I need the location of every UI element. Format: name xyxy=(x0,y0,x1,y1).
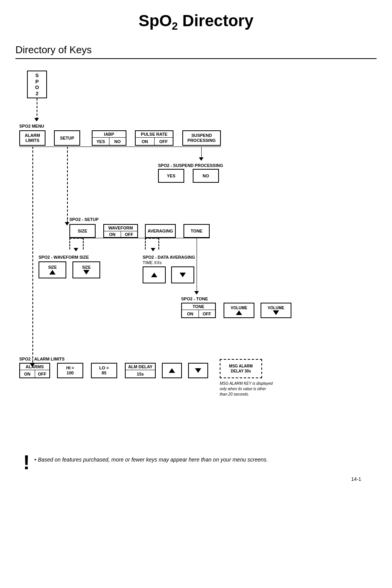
menu-row-line xyxy=(19,147,221,147)
tone-key-label: TONE xyxy=(182,303,215,310)
dashed-size-v xyxy=(69,238,70,249)
arrow-spo2-menu xyxy=(34,118,39,121)
footer: ! • Based on features purchased, more or… xyxy=(15,452,377,472)
connector-spo2-to-menu xyxy=(37,98,37,120)
dashed-avg-h1 xyxy=(145,238,158,239)
footer-bullet: • xyxy=(34,457,38,463)
suspend-no-key[interactable]: NO xyxy=(193,169,219,183)
connector-setup-arrow xyxy=(67,217,67,223)
dashed-avg-v2 xyxy=(158,238,159,249)
alarms-key[interactable]: ALARMS ON OFF xyxy=(19,363,50,378)
pulse-rate-off[interactable]: OFF xyxy=(155,138,173,145)
alarm-limits-section-label: SPO2 - ALARM LIMITS xyxy=(19,357,65,361)
alm-delay-up-btn[interactable] xyxy=(162,363,182,378)
page-title: SpO2 Directory xyxy=(15,8,377,44)
alarms-off[interactable]: OFF xyxy=(35,370,50,377)
dashed-setup-v xyxy=(67,147,68,224)
waveform-size-label: SPO2 - WAVEFORM SIZE xyxy=(39,255,89,259)
dashed-alarm-limits-v xyxy=(32,147,33,362)
dashed-avg-v1 xyxy=(145,238,146,249)
volume-up-label: VOLUME xyxy=(231,306,247,310)
hi-key[interactable]: HI =100 xyxy=(57,363,83,378)
iabp-no[interactable]: NO xyxy=(109,138,126,145)
iabp-label: IABP xyxy=(93,131,126,138)
volume-down-label: VOLUME xyxy=(268,306,284,310)
arrow-waveform-size xyxy=(74,248,78,251)
pulse-rate-on[interactable]: ON xyxy=(136,138,155,145)
setup-row-line xyxy=(69,238,210,238)
tone-key[interactable]: TONE xyxy=(183,224,210,238)
arrow-suspend xyxy=(199,157,204,161)
iabp-yes[interactable]: YES xyxy=(93,138,109,145)
connector-suspend-v xyxy=(201,147,202,158)
alarm-limits-key[interactable]: ALARMLIMITS xyxy=(19,130,45,146)
alarms-on[interactable]: ON xyxy=(20,370,35,377)
menu-label: SPO2 MENU xyxy=(19,124,44,128)
size-up-btn[interactable]: SIZE xyxy=(39,261,66,278)
suspend-processing-key[interactable]: SUSPENDPROCESSING xyxy=(182,130,221,146)
lo-key[interactable]: LO =85 xyxy=(91,363,117,378)
alm-delay-down-btn[interactable] xyxy=(188,363,208,378)
waveform-off[interactable]: OFF xyxy=(121,231,138,237)
iabp-key[interactable]: IABP YES NO xyxy=(92,130,126,146)
alm-delay-val: 15s xyxy=(126,370,155,377)
setup-section-label: SPO2 - SETUP xyxy=(69,217,99,222)
dashed-size-v2 xyxy=(83,238,84,249)
dashed-size-h1 xyxy=(69,238,83,239)
suspend-label: SPO2 - SUSPEND PROCESSING xyxy=(158,163,223,168)
exclamation-icon: ! xyxy=(23,452,30,472)
size-down-label: SIZE xyxy=(82,265,91,270)
size-up-label: SIZE xyxy=(48,265,57,270)
alm-delay-label: ALM DELAY xyxy=(126,364,155,370)
pulse-rate-key[interactable]: PULSE RATE ON OFF xyxy=(135,130,173,146)
footer-note: Based on features purchased, more or few… xyxy=(38,457,268,463)
msg-alarm-note: MSG ALARM KEY is displayedonly when its … xyxy=(220,381,308,397)
suspend-yes-key[interactable]: YES xyxy=(158,169,184,183)
setup-size-key[interactable]: SIZE xyxy=(69,224,96,238)
waveform-label: WAVEFORM xyxy=(104,225,137,231)
spo2-main-key[interactable]: SPO2 xyxy=(27,71,47,98)
volume-down-btn[interactable]: VOLUME xyxy=(261,303,291,318)
tone-off[interactable]: OFF xyxy=(199,310,215,317)
averaging-key[interactable]: AVERAGING xyxy=(145,224,176,238)
pulse-rate-label: PULSE RATE xyxy=(136,131,173,138)
tone-split-key[interactable]: TONE ON OFF xyxy=(181,303,216,318)
connector-tone-v xyxy=(197,238,197,292)
tone-section-label: SPO2 - TONE xyxy=(181,297,208,301)
time-xxs-label: TIME XXs xyxy=(143,260,162,265)
arrow-avg xyxy=(151,248,155,251)
section-title: Directory of Keys xyxy=(15,44,377,59)
setup-key[interactable]: SETUP xyxy=(54,130,80,146)
waveform-key[interactable]: WAVEFORM ON OFF xyxy=(103,224,138,238)
msg-alarm-box: MSG ALARMDELAY 30s xyxy=(220,359,262,378)
alarms-label: ALARMS xyxy=(20,364,49,370)
size-down-btn[interactable]: SIZE xyxy=(72,261,100,278)
alm-delay-key[interactable]: ALM DELAY 15s xyxy=(125,363,156,378)
waveform-on[interactable]: ON xyxy=(104,231,121,237)
tone-on[interactable]: ON xyxy=(182,310,199,317)
volume-up-btn[interactable]: VOLUME xyxy=(224,303,254,318)
time-down-btn[interactable] xyxy=(171,266,194,283)
page-number: 14-1 xyxy=(15,472,377,482)
arrow-tone xyxy=(194,291,199,295)
time-up-btn[interactable] xyxy=(143,266,166,283)
data-avg-label: SPO2 - DATA AVERAGING xyxy=(143,255,195,259)
